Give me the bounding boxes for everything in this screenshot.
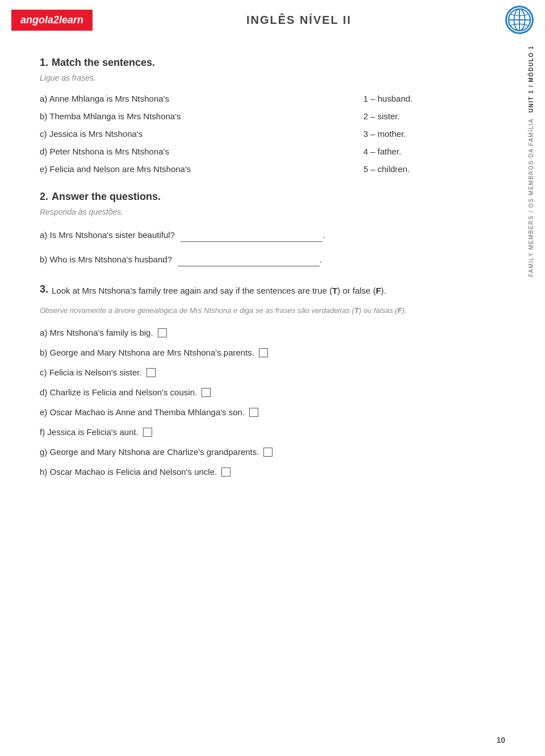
family-label: FAMILY MEMBERS / OS MEMBROS DA FAMÍLIA — [528, 118, 534, 277]
checkbox-h-text: h) Oscar Machao is Felicia and Nelson's … — [40, 467, 217, 477]
match-right-2: 2 – sister. — [363, 111, 477, 121]
match-row-d: d) Peter Ntshona is Mrs Ntshona's 4 – fa… — [40, 147, 477, 156]
match-left-d: d) Peter Ntshona is Mrs Ntshona's — [40, 147, 363, 156]
checkbox-row-a: a) Mrs Ntshona's family is big. — [40, 328, 477, 337]
page-title: INGLÊS NÍVEL II — [93, 14, 505, 27]
question-b-text: b) Who is Mrs Ntshona's husband? — [40, 254, 172, 264]
checkbox-row-g: g) George and Mary Ntshona are Charlize'… — [40, 447, 477, 457]
section-3: 3. Look at Mrs Ntshona’s family tree aga… — [40, 283, 477, 477]
checkbox-d-text: d) Charlize is Felicia and Nelson's cous… — [40, 387, 197, 397]
page-header: angola2learn INGLÊS NÍVEL II — [0, 0, 545, 40]
unit-label: UNIT 1 / MÓDULO 1 — [528, 45, 534, 112]
match-left-e: e) Felicia and Nelson are Mrs Ntshona's — [40, 164, 363, 174]
checkbox-d[interactable] — [202, 388, 211, 397]
answer-line-b — [178, 252, 320, 266]
checkbox-e-text: e) Oscar Machao is Anne and Themba Mhlan… — [40, 407, 245, 417]
main-content: 1. Match the sentences. Ligue as frases.… — [0, 40, 517, 521]
match-right-4: 4 – father. — [363, 147, 477, 156]
match-right-1: 1 – husband. — [363, 94, 477, 103]
match-row-b: b) Themba Mhlanga is Mrs Ntshona's 2 – s… — [40, 111, 477, 121]
checkbox-e[interactable] — [249, 408, 258, 417]
match-row-c: c) Jessica is Mrs Ntshona's 3 – mother. — [40, 129, 477, 139]
page-number: 10 — [496, 736, 505, 745]
answer-line-a — [181, 228, 322, 242]
or-label: or — [343, 286, 350, 295]
match-left-a: a) Anne Mhlanga is Mrs Ntshona's — [40, 94, 363, 103]
checkbox-b[interactable] — [259, 348, 268, 357]
checkbox-b-text: b) George and Mary Ntshona are Mrs Ntsho… — [40, 348, 254, 357]
checkbox-row-d: d) Charlize is Felicia and Nelson's cous… — [40, 387, 477, 397]
section1-title: Match the sentences. — [52, 57, 155, 69]
checkbox-f[interactable] — [143, 428, 152, 437]
checkbox-row-h: h) Oscar Machao is Felicia and Nelson's … — [40, 467, 477, 477]
logo[interactable]: angola2learn — [11, 10, 93, 31]
checkbox-g-text: g) George and Mary Ntshona are Charlize'… — [40, 447, 259, 457]
section3-title: Look at Mrs Ntshona’s family tree again … — [52, 283, 386, 298]
section-2: 2. Answer the questions. Responda às que… — [40, 191, 477, 266]
checkbox-a-text: a) Mrs Ntshona's family is big. — [40, 328, 153, 337]
match-left-b: b) Themba Mhlanga is Mrs Ntshona's — [40, 111, 363, 121]
checkbox-c-text: c) Felicia is Nelson's sister. — [40, 367, 142, 377]
section3-subtitle: Observe novamente a árvore genealógica d… — [40, 305, 477, 317]
match-right-3: 3 – mother. — [363, 129, 477, 139]
checkbox-f-text: f) Jessica is Felicia's aunt. — [40, 427, 139, 437]
section1-subtitle: Ligue as frases. — [40, 73, 477, 82]
checkbox-a[interactable] — [158, 328, 167, 337]
match-sentences-table: a) Anne Mhlanga is Mrs Ntshona's 1 – hus… — [40, 94, 477, 174]
checkbox-row-e: e) Oscar Machao is Anne and Themba Mhlan… — [40, 407, 477, 417]
checkbox-row-f: f) Jessica is Felicia's aunt. — [40, 427, 477, 437]
section-1: 1. Match the sentences. Ligue as frases.… — [40, 57, 477, 174]
section3-number: 3. — [40, 283, 48, 300]
checkbox-g[interactable] — [263, 448, 272, 457]
match-right-5: 5 – children. — [363, 164, 477, 174]
checkbox-c[interactable] — [146, 368, 156, 377]
question-a-text: a) Is Mrs Ntshona's sister beautiful? — [40, 230, 175, 240]
question-row-a: a) Is Mrs Ntshona's sister beautiful? . — [40, 228, 477, 242]
match-row-e: e) Felicia and Nelson are Mrs Ntshona's … — [40, 164, 477, 174]
section2-title: Answer the questions. — [52, 191, 161, 203]
globe-icon — [505, 6, 534, 34]
checkbox-row-b: b) George and Mary Ntshona are Mrs Ntsho… — [40, 348, 477, 357]
section2-subtitle: Responda às questões. — [40, 207, 477, 216]
section2-number: 2. — [40, 191, 48, 203]
question-row-b: b) Who is Mrs Ntshona's husband? . — [40, 252, 477, 266]
logo-text: angola2learn — [20, 14, 83, 26]
checkbox-h[interactable] — [221, 467, 230, 477]
checkbox-row-c: c) Felicia is Nelson's sister. — [40, 367, 477, 377]
sidebar-labels: UNIT 1 / MÓDULO 1 FAMILY MEMBERS / OS ME… — [517, 45, 545, 277]
match-left-c: c) Jessica is Mrs Ntshona's — [40, 129, 363, 139]
section1-number: 1. — [40, 57, 48, 69]
match-row-a: a) Anne Mhlanga is Mrs Ntshona's 1 – hus… — [40, 94, 477, 103]
